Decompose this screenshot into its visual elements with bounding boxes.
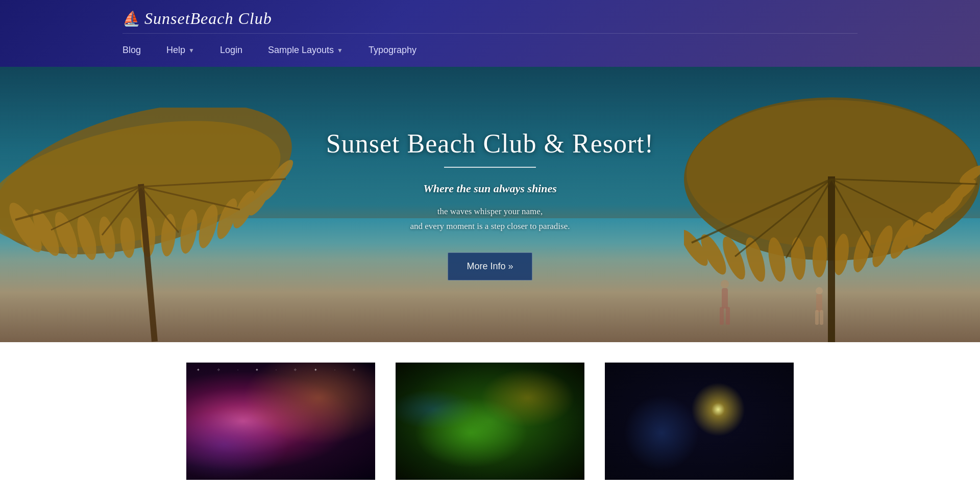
left-umbrella	[0, 108, 316, 342]
svg-rect-50	[722, 288, 728, 309]
nav-item-login[interactable]: Login	[220, 45, 242, 56]
cards-section	[0, 342, 980, 488]
svg-rect-42	[828, 176, 835, 342]
hero-subtitle: Where the sun always shines	[326, 182, 654, 195]
site-header: ⛵ SunsetBeach Club Blog Help ▼ Login Sam…	[0, 0, 980, 67]
card-1-background	[186, 363, 375, 480]
hero-divider	[444, 167, 536, 168]
svg-point-49	[721, 280, 729, 288]
svg-rect-52	[726, 307, 730, 325]
card-3-background	[605, 363, 794, 480]
svg-rect-55	[815, 310, 819, 325]
card-1[interactable]	[186, 363, 375, 480]
nav-item-help[interactable]: Help ▼	[166, 45, 194, 56]
more-info-button[interactable]: More Info »	[448, 252, 532, 280]
hero-description: the waves whisper your name, and every m…	[326, 204, 654, 234]
beach-person-2	[812, 287, 827, 327]
svg-rect-56	[820, 310, 823, 325]
hero-description-line2: and every moment is a step closer to par…	[410, 221, 570, 231]
nav-item-sample-layouts[interactable]: Sample Layouts ▼	[268, 45, 343, 56]
card-2-background	[396, 363, 584, 480]
nav-label-typography: Typography	[369, 45, 416, 56]
hero-description-line1: the waves whisper your name,	[437, 207, 543, 216]
nav-label-help: Help	[166, 45, 185, 56]
logo-icon: ⛵	[122, 10, 140, 27]
card-2[interactable]	[396, 363, 584, 480]
card-container	[0, 342, 980, 488]
hero-title: Sunset Beach Club & Resort!	[326, 129, 654, 159]
card-3[interactable]	[605, 363, 794, 480]
nav-label-sample-layouts: Sample Layouts	[268, 45, 334, 56]
svg-rect-51	[720, 307, 724, 325]
nav-item-typography[interactable]: Typography	[369, 45, 416, 56]
svg-rect-54	[816, 294, 822, 312]
help-dropdown-arrow: ▼	[188, 47, 194, 54]
nav-item-blog[interactable]: Blog	[122, 45, 141, 56]
svg-point-53	[816, 287, 823, 294]
logo-text[interactable]: SunsetBeach Club	[144, 9, 272, 28]
nav-label-login: Login	[220, 45, 242, 56]
beach-person-1	[715, 279, 735, 327]
sample-layouts-dropdown-arrow: ▼	[337, 47, 343, 54]
logo-bar: ⛵ SunsetBeach Club	[122, 0, 857, 34]
nav-label-blog: Blog	[122, 45, 141, 56]
main-nav: Blog Help ▼ Login Sample Layouts ▼ Typog…	[122, 34, 857, 67]
hero-content: Sunset Beach Club & Resort! Where the su…	[326, 129, 654, 280]
hero-section: Sunset Beach Club & Resort! Where the su…	[0, 67, 980, 342]
